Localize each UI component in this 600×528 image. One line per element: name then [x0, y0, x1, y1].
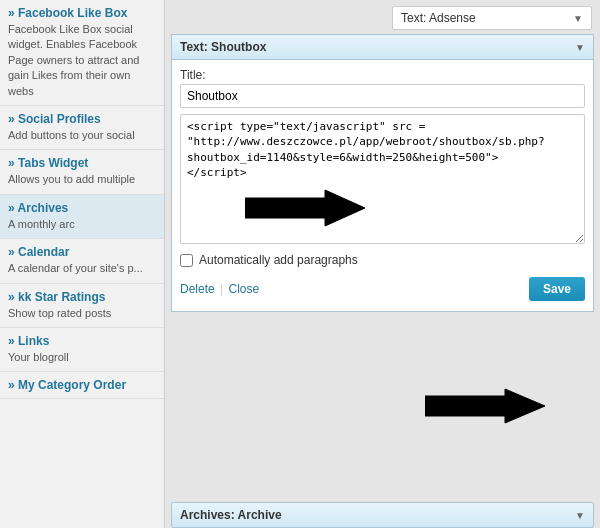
action-links: Delete | Close — [180, 282, 259, 296]
social-profiles-title[interactable]: Social Profiles — [8, 112, 156, 126]
divider: | — [220, 282, 226, 296]
archives-dropdown-label: Archives: Archive — [180, 508, 282, 522]
text-adsense-dropdown[interactable]: Text: Adsense ▼ — [392, 6, 592, 30]
sidebar-item-my-category-order[interactable]: My Category Order — [0, 372, 164, 399]
sidebar-item-calendar[interactable]: Calendar A calendar of your site's p... — [0, 239, 164, 283]
title-field-row: Title: — [180, 68, 585, 108]
script-field-row: <script type="text/javascript" src = "ht… — [180, 114, 585, 247]
svg-marker-1 — [425, 389, 545, 423]
shoutbox-chevron-icon: ▼ — [575, 42, 585, 53]
bottom-archives-container: Archives: Archive ▼ — [171, 502, 594, 528]
sidebar-item-social-profiles[interactable]: Social Profiles Add buttons to your soci… — [0, 106, 164, 150]
sidebar-item-tabs-widget[interactable]: Tabs Widget Allows you to add multiple — [0, 150, 164, 194]
action-row: Delete | Close Save — [180, 273, 585, 303]
title-input[interactable] — [180, 84, 585, 108]
calendar-desc: A calendar of your site's p... — [8, 261, 156, 276]
archives-desc: A monthly arc — [8, 217, 156, 232]
social-profiles-desc: Add buttons to your social — [8, 128, 156, 143]
chevron-down-icon: ▼ — [573, 13, 583, 24]
shoutbox-panel-title: Text: Shoutbox — [180, 40, 266, 54]
close-link[interactable]: Close — [228, 282, 259, 296]
calendar-title[interactable]: Calendar — [8, 245, 156, 259]
kk-star-ratings-desc: Show top rated posts — [8, 306, 156, 321]
auto-paragraphs-checkbox[interactable] — [180, 254, 193, 267]
kk-star-ratings-title[interactable]: kk Star Ratings — [8, 290, 156, 304]
sidebar-item-facebook-like-box[interactable]: Facebook Like Box Facebook Like Box soci… — [0, 0, 164, 106]
links-title[interactable]: Links — [8, 334, 156, 348]
archives-title[interactable]: Archives — [8, 201, 156, 215]
tabs-widget-title[interactable]: Tabs Widget — [8, 156, 156, 170]
auto-paragraphs-label: Automatically add paragraphs — [199, 253, 358, 267]
delete-link[interactable]: Delete — [180, 282, 215, 296]
top-dropdown-container: Text: Adsense ▼ — [165, 0, 600, 34]
sidebar-item-links[interactable]: Links Your blogroll — [0, 328, 164, 372]
links-desc: Your blogroll — [8, 350, 156, 365]
widget-sidebar: Facebook Like Box Facebook Like Box soci… — [0, 0, 165, 528]
sidebar-item-kk-star-ratings[interactable]: kk Star Ratings Show top rated posts — [0, 284, 164, 328]
script-textarea[interactable]: <script type="text/javascript" src = "ht… — [180, 114, 585, 244]
tabs-widget-desc: Allows you to add multiple — [8, 172, 156, 187]
auto-paragraphs-row: Automatically add paragraphs — [180, 253, 585, 267]
facebook-like-box-title[interactable]: Facebook Like Box — [8, 6, 156, 20]
text-adsense-label: Text: Adsense — [401, 11, 476, 25]
shoutbox-panel-header[interactable]: Text: Shoutbox ▼ — [172, 35, 593, 60]
save-button[interactable]: Save — [529, 277, 585, 301]
facebook-like-box-desc: Facebook Like Box social widget. Enables… — [8, 22, 156, 99]
main-content-area: Text: Adsense ▼ Text: Shoutbox ▼ Title: … — [165, 0, 600, 528]
archives-dropdown[interactable]: Archives: Archive ▼ — [171, 502, 594, 528]
my-category-order-title[interactable]: My Category Order — [8, 378, 156, 392]
archives-chevron-icon: ▼ — [575, 510, 585, 521]
shoutbox-panel: Text: Shoutbox ▼ Title: <script type="te… — [171, 34, 594, 312]
sidebar-item-archives[interactable]: Archives A monthly arc — [0, 195, 164, 239]
shoutbox-body: Title: <script type="text/javascript" sr… — [172, 60, 593, 311]
title-label: Title: — [180, 68, 585, 82]
arrow-annotation-2 — [425, 388, 545, 424]
